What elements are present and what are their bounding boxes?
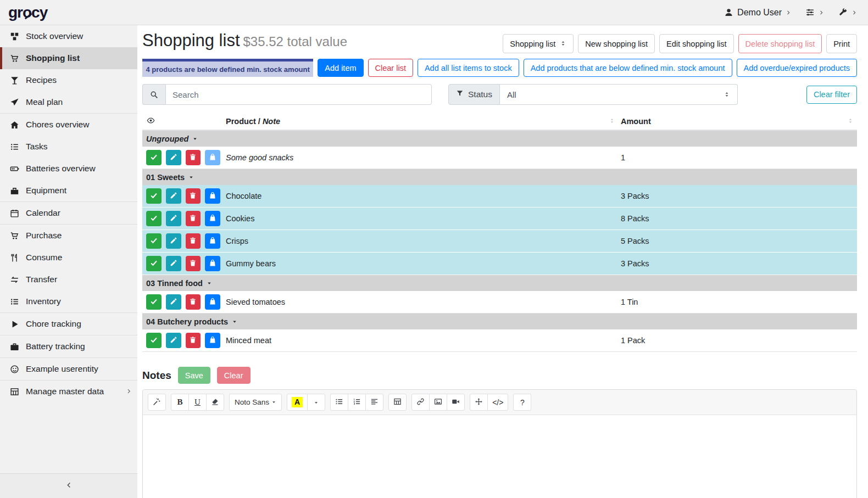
delete-item-button[interactable] xyxy=(186,150,201,165)
check-icon xyxy=(150,237,158,246)
shopping-list-table: Product / Note Amount Ungrouped xyxy=(142,113,857,352)
tasks-icon xyxy=(9,142,20,152)
user-icon xyxy=(724,8,733,17)
edit-item-button[interactable] xyxy=(166,294,181,310)
edit-item-button[interactable] xyxy=(166,256,181,271)
sidebar-item-calendar[interactable]: Calendar xyxy=(0,202,137,224)
delete-item-button[interactable] xyxy=(186,256,201,271)
help-button[interactable]: ? xyxy=(513,394,531,411)
product-column-header[interactable]: Product / Note xyxy=(220,117,621,126)
sidebar-item-purchase[interactable]: Purchase xyxy=(0,225,137,247)
underline-button[interactable]: U xyxy=(188,394,207,411)
sidebar-item-shopping-list[interactable]: Shopping list xyxy=(0,47,137,69)
edit-item-button[interactable] xyxy=(166,211,181,226)
edit-item-button[interactable] xyxy=(166,150,181,165)
add-below-min-stock-button[interactable]: Add products that are below defined min.… xyxy=(524,59,732,77)
edit-item-button[interactable] xyxy=(166,188,181,204)
font-color-dropdown[interactable] xyxy=(307,394,325,411)
group-header-butchery-products[interactable]: 04 Butchery products xyxy=(142,314,857,329)
sidebar-item-recipes[interactable]: Recipes xyxy=(0,69,137,91)
edit-item-button[interactable] xyxy=(166,333,181,348)
ordered-list-button[interactable] xyxy=(348,394,366,411)
add-to-stock-button[interactable] xyxy=(205,294,220,310)
sort-icon[interactable] xyxy=(847,117,854,126)
insert-table-button[interactable] xyxy=(388,394,407,411)
mark-done-button[interactable] xyxy=(146,211,162,226)
delete-shopping-list-button[interactable]: Delete shopping list xyxy=(738,34,822,53)
sidebar-item-chore-tracking[interactable]: Chore tracking xyxy=(0,313,137,335)
add-item-button[interactable]: Add item xyxy=(318,59,363,77)
sidebar-item-example-userentity[interactable]: Example userentity xyxy=(0,358,137,380)
amount-column-header[interactable]: Amount xyxy=(621,117,857,126)
sidebar-item-inventory[interactable]: Inventory xyxy=(0,290,137,312)
code-view-button[interactable]: </> xyxy=(487,394,508,411)
edit-item-button[interactable] xyxy=(166,233,181,249)
insert-video-button[interactable] xyxy=(447,394,465,411)
add-overdue-button[interactable]: Add overdue/expired products xyxy=(737,59,857,77)
notes-save-button[interactable]: Save xyxy=(178,367,210,384)
mark-done-button[interactable] xyxy=(146,256,162,271)
delete-item-button[interactable] xyxy=(186,211,201,226)
bold-button[interactable]: B xyxy=(171,394,189,411)
sidebar-item-equipment[interactable]: Equipment xyxy=(0,180,137,202)
search-icon[interactable] xyxy=(142,84,165,105)
sidebar-item-battery-tracking[interactable]: Battery tracking xyxy=(0,335,137,357)
insert-image-button[interactable] xyxy=(429,394,447,411)
group-header-sweets[interactable]: 01 Sweets xyxy=(142,169,857,185)
clear-filter-button[interactable]: Clear filter xyxy=(806,86,857,104)
sort-icon[interactable] xyxy=(609,117,615,126)
sidebar-collapse-button[interactable] xyxy=(0,473,137,498)
fullscreen-button[interactable] xyxy=(470,394,488,411)
sidebar-item-chores-overview[interactable]: Chores overview xyxy=(0,114,137,136)
display-options-menu[interactable] xyxy=(805,8,824,17)
group-header-ungrouped[interactable]: Ungrouped xyxy=(142,131,857,147)
clear-list-button[interactable]: Clear list xyxy=(368,59,413,77)
eye-icon[interactable] xyxy=(146,116,155,126)
font-color-button[interactable]: A xyxy=(287,394,308,411)
min-stock-alert[interactable]: 4 products are below defined min. stock … xyxy=(142,59,313,77)
add-to-stock-button[interactable] xyxy=(205,256,220,271)
mark-done-button[interactable] xyxy=(146,294,162,310)
insert-link-button[interactable] xyxy=(411,394,430,411)
sidebar-item-manage-master-data[interactable]: Manage master data xyxy=(0,381,137,402)
add-to-stock-button[interactable] xyxy=(205,211,220,226)
editor-toolbar: B U Noto Sans A xyxy=(143,390,856,415)
unordered-list-button[interactable] xyxy=(330,394,348,411)
grocy-logo[interactable]: grocy xyxy=(0,4,137,21)
magic-style-button[interactable] xyxy=(148,394,166,411)
delete-item-button[interactable] xyxy=(186,233,201,249)
mark-done-button[interactable] xyxy=(146,233,162,249)
mark-done-button[interactable] xyxy=(146,333,162,348)
delete-item-button[interactable] xyxy=(186,294,201,310)
mark-done-button[interactable] xyxy=(146,150,162,165)
user-menu[interactable]: Demo User xyxy=(724,8,791,18)
sidebar-item-transfer[interactable]: Transfer xyxy=(0,268,137,290)
add-to-stock-button[interactable] xyxy=(205,333,220,348)
sidebar-item-batteries-overview[interactable]: Batteries overview xyxy=(0,158,137,180)
group-header-tinned-food[interactable]: 03 Tinned food xyxy=(142,275,857,291)
new-shopping-list-button[interactable]: New shopping list xyxy=(578,34,655,53)
mark-done-button[interactable] xyxy=(146,188,162,204)
add-to-stock-button[interactable] xyxy=(205,233,220,249)
add-to-stock-button[interactable] xyxy=(205,150,220,165)
add-all-to-stock-button[interactable]: Add all list items to stock xyxy=(418,59,519,77)
shopping-list-selector[interactable]: Shopping list xyxy=(503,34,574,53)
settings-menu[interactable] xyxy=(838,8,857,17)
print-button[interactable]: Print xyxy=(826,34,857,53)
edit-shopping-list-button[interactable]: Edit shopping list xyxy=(659,34,734,53)
delete-item-button[interactable] xyxy=(186,333,201,348)
paragraph-align-button[interactable] xyxy=(365,394,383,411)
delete-item-button[interactable] xyxy=(186,188,201,204)
search-input[interactable] xyxy=(165,84,432,105)
status-filter-select[interactable]: All xyxy=(500,84,738,105)
notes-editing-area[interactable] xyxy=(143,415,856,498)
font-family-dropdown[interactable]: Noto Sans xyxy=(229,394,282,411)
sidebar-item-tasks[interactable]: Tasks xyxy=(0,136,137,158)
clear-formatting-button[interactable] xyxy=(206,394,224,411)
item-amount: 8 Packs xyxy=(621,214,649,223)
sidebar-item-consume[interactable]: Consume xyxy=(0,247,137,268)
notes-clear-button[interactable]: Clear xyxy=(217,367,251,384)
add-to-stock-button[interactable] xyxy=(205,188,220,204)
sidebar-item-stock-overview[interactable]: Stock overview xyxy=(0,25,137,47)
sidebar-item-meal-plan[interactable]: Meal plan xyxy=(0,91,137,113)
